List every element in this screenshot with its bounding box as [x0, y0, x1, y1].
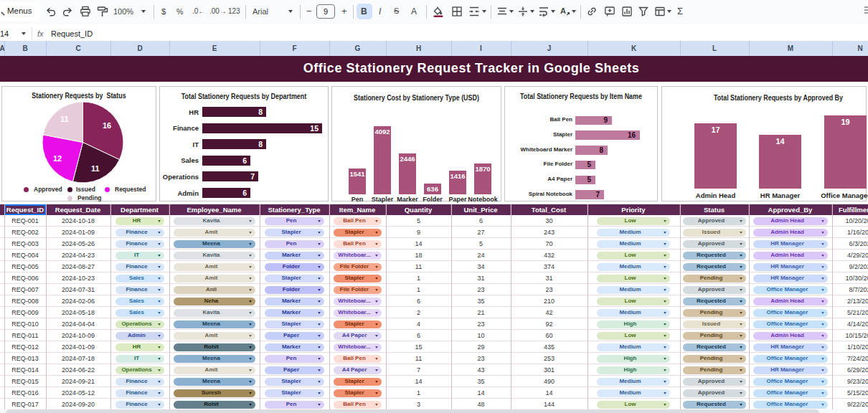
svg-text:A: A — [560, 6, 566, 15]
